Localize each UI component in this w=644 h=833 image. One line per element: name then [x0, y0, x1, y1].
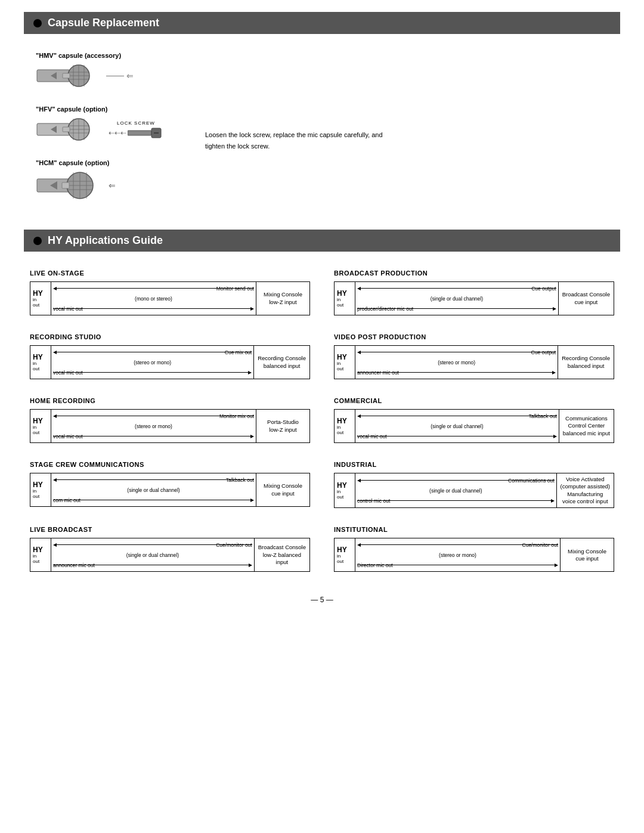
live-broadcast-sig-bot: announcer mic out — [53, 560, 252, 570]
broadcast-production-hy-label: HY — [337, 290, 347, 297]
recording-studio-diagram: HY in out Cue mix out (stereo or mono) — [30, 345, 310, 379]
hfv-graphic-row: LOCK SCREW ⇠⇠⇠ — [36, 116, 163, 143]
hcm-graphic-row: ⇐ — [36, 170, 163, 201]
commercial-sig-top-text: Talkback out — [529, 413, 557, 419]
industrial-sig-bot: control mic out — [357, 496, 555, 506]
live-broadcast-hy: HY in out — [30, 538, 51, 571]
live-broadcast-hy-label: HY — [33, 546, 43, 553]
applications-bullet — [33, 237, 42, 245]
section-bullet — [33, 19, 42, 27]
capsule-replacement-section: Capsule Replacement "HMV" capsule (acces… — [24, 12, 620, 212]
live-on-stage-sig-top-text: Monitor send out — [216, 286, 254, 292]
commercial-sig-bot-text: vocal mic out — [357, 433, 387, 439]
recording-studio-device: Recording Consolebalanced input — [253, 346, 309, 379]
institutional-sig-bot-text: Director mic out — [357, 562, 393, 568]
commercial-out: out — [337, 430, 343, 435]
recording-studio-title: RECORDING STUDIO — [30, 333, 310, 340]
home-recording-signals: Monitor mix out (stereo or mono) vocal m… — [51, 410, 256, 442]
industrial-hy-label: HY — [337, 482, 347, 489]
capsule-section-title: Capsule Replacement — [48, 17, 159, 29]
broadcast-production-diagram: HY in out Cue output (single or dual cha… — [334, 281, 614, 315]
app-home-recording: HOME RECORDING HY in out Monitor mix out — [30, 397, 310, 443]
app-institutional: INSTITUTIONAL HY in out Cue/monitor out — [334, 526, 614, 572]
app-live-on-stage: LIVE ON-STAGE HY in out Monitor send out — [30, 270, 310, 315]
live-broadcast-diagram: HY in out Cue/monitor out (single or dua… — [30, 538, 310, 572]
applications-section: HY Applications Guide LIVE ON-STAGE HY i… — [24, 230, 620, 578]
broadcast-production-sig-mid: (single or dual channel) — [357, 293, 556, 304]
svg-rect-20 — [128, 131, 151, 135]
broadcast-production-sig-top: Cue output — [357, 283, 556, 293]
institutional-sig-mid-text: (stereo or mono) — [357, 552, 558, 558]
institutional-diagram: HY in out Cue/monitor out (stereo or mon… — [334, 538, 614, 572]
commercial-device: CommunicationsControl Centerbalanced mic… — [559, 410, 614, 442]
stage-crew-communications-hy-label: HY — [33, 481, 43, 488]
video-post-production-sig-top-text: Cue output — [531, 349, 556, 355]
home-recording-device: Porta-Studiolow-Z input — [256, 410, 309, 442]
home-recording-title: HOME RECORDING — [30, 397, 310, 404]
commercial-hy-label: HY — [337, 417, 347, 425]
recording-studio-out: out — [33, 366, 39, 371]
stage-crew-communications-sig-mid-text: (single or dual channel) — [53, 487, 254, 493]
live-on-stage-sig-top: Monitor send out — [53, 283, 254, 293]
commercial-signals: Talkback out (single or dual channel) vo… — [355, 410, 559, 442]
page-number: — 5 — — [24, 596, 620, 604]
video-post-production-sig-mid-text: (stereo or mono) — [357, 360, 556, 366]
institutional-sig-top-text: Cue/monitor out — [522, 542, 558, 548]
industrial-sig-top-text: Communications out — [508, 478, 554, 484]
lock-screw-label: LOCK SCREW — [117, 120, 155, 126]
home-recording-sig-mid-text: (stereo or mono) — [53, 423, 254, 429]
commercial-title: COMMERCIAL — [334, 397, 614, 404]
broadcast-production-signals: Cue output (single or dual channel) prod… — [355, 282, 558, 315]
institutional-title: INSTITUTIONAL — [334, 526, 614, 533]
live-broadcast-sig-bot-text: announcer mic out — [53, 562, 95, 568]
recording-studio-arrow-in — [53, 351, 252, 354]
home-recording-diagram: HY in out Monitor mix out (stereo or mon… — [30, 409, 310, 443]
industrial-sig-mid: (single or dual channel) — [357, 485, 555, 496]
institutional-device: Mixing Consolecue input — [560, 538, 614, 571]
live-on-stage-signals: Monitor send out (mono or stereo) vocal … — [51, 282, 256, 315]
institutional-signals: Cue/monitor out (stereo or mono) Directo… — [355, 538, 560, 571]
video-post-production-sig-top: Cue output — [357, 347, 556, 357]
capsule-item-hcm: "HCM" capsule (option) — [36, 159, 163, 206]
capsule-description: Loosen the lock screw, replace the mic c… — [205, 129, 396, 151]
recording-studio-sig-mid-text: (stereo or mono) — [53, 360, 252, 366]
home-recording-sig-bot-text: vocal mic out — [53, 433, 83, 439]
video-post-production-hy-label: HY — [337, 354, 347, 361]
app-commercial: COMMERCIAL HY in out Talkback out (sin — [334, 397, 614, 443]
home-recording-sig-bot: vocal mic out — [53, 431, 254, 441]
industrial-sig-top: Communications out — [357, 475, 555, 485]
live-on-stage-sig-bot-text: vocal mic out — [53, 306, 83, 312]
live-broadcast-sig-top: Cue/monitor out — [53, 540, 252, 550]
hcm-mic-svg — [36, 170, 101, 201]
video-post-production-arrow-in — [357, 351, 556, 354]
video-post-production-signals: Cue output (stereo or mono) announcer mi… — [355, 346, 558, 379]
institutional-sig-bot: Director mic out — [357, 560, 558, 570]
broadcast-production-in: in — [337, 297, 340, 302]
home-recording-sig-top: Monitor mix out — [53, 411, 254, 421]
video-post-production-diagram: HY in out Cue output (stereo or mono) — [334, 345, 614, 379]
hcm-label: "HCM" capsule (option) — [36, 159, 163, 166]
recording-studio-sig-mid: (stereo or mono) — [53, 357, 252, 367]
stage-crew-communications-sig-bot-text: com mic out — [53, 497, 80, 503]
app-video-post-production: VIDEO POST PRODUCTION HY in out Cue outp… — [334, 333, 614, 379]
live-on-stage-title: LIVE ON-STAGE — [30, 270, 310, 277]
broadcast-production-hy: HY in out — [335, 282, 355, 315]
video-post-production-title: VIDEO POST PRODUCTION — [334, 333, 614, 340]
svg-rect-31 — [62, 182, 69, 188]
hmv-label: "HMV" capsule (accessory) — [36, 52, 163, 59]
live-on-stage-arrow-out — [53, 307, 254, 311]
capsule-items-list: "HMV" capsule (accessory) — [36, 52, 163, 206]
stage-crew-communications-out: out — [33, 494, 39, 499]
recording-studio-sig-bot-text: vocal mic out — [53, 370, 83, 376]
live-on-stage-sig-mid: (mono or stereo) — [53, 293, 254, 304]
recording-studio-sig-top: Cue mix out — [53, 347, 252, 357]
stage-crew-communications-sig-bot: com mic out — [53, 495, 254, 505]
live-broadcast-sig-mid: (single or dual channel) — [53, 550, 252, 560]
commercial-sig-top: Talkback out — [357, 411, 557, 421]
recording-studio-sig-bot: vocal mic out — [53, 367, 252, 377]
recording-studio-signals: Cue mix out (stereo or mono) vocal mic o… — [51, 346, 253, 379]
commercial-diagram: HY in out Talkback out (single or dual c… — [334, 409, 614, 443]
applications-section-title: HY Applications Guide — [48, 234, 163, 247]
home-recording-arrow-out — [53, 435, 254, 438]
institutional-hy-label: HY — [337, 546, 347, 553]
